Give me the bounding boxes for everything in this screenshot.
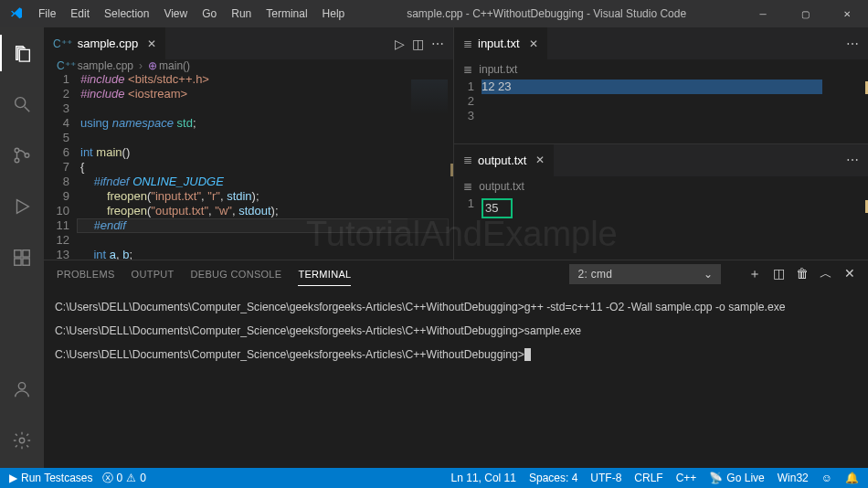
language-mode[interactable]: C++: [676, 472, 697, 484]
terminal-select[interactable]: 2: cmd ⌄: [569, 264, 721, 284]
panel-actions: ＋ ◫ 🗑 ︿ ✕: [748, 266, 855, 282]
cpp-file-icon: C⁺⁺: [53, 37, 72, 50]
svg-point-9: [19, 438, 25, 443]
titlebar: FileEditSelectionViewGoRunTerminalHelp s…: [0, 0, 868, 27]
breadcrumb[interactable]: C⁺⁺ sample.cpp › ⊕ main(): [44, 59, 453, 72]
breadcrumb-symbol: main(): [159, 59, 190, 72]
new-terminal-icon[interactable]: ＋: [748, 266, 761, 282]
search-icon[interactable]: [0, 86, 44, 122]
activity-bar: [0, 27, 44, 468]
notifications-icon[interactable]: 🔔: [845, 472, 859, 484]
problems-status[interactable]: ⓧ 0 ⚠ 0: [102, 471, 146, 486]
bottom-panel: PROBLEMSOUTPUTDEBUG CONSOLETERMINAL 2: c…: [44, 260, 868, 468]
output-editor: ≣ output.txt ✕ ⋯ ≣ output.txt 1 35: [453, 143, 868, 260]
tab-label: sample.cpp: [78, 37, 138, 50]
breadcrumb[interactable]: ≣ input.txt: [454, 59, 868, 80]
close-icon[interactable]: ✕: [147, 37, 156, 50]
minimize-button[interactable]: ─: [742, 0, 784, 27]
explorer-icon[interactable]: [0, 35, 44, 71]
chevron-right-icon: ›: [139, 59, 143, 72]
split-terminal-icon[interactable]: ◫: [773, 266, 785, 282]
code-editor[interactable]: 1 35: [454, 196, 868, 260]
source-control-icon[interactable]: [0, 137, 44, 174]
dropdown-label: 2: cmd: [577, 268, 612, 281]
text-file-icon: ≣: [463, 63, 472, 76]
run-testcases-button[interactable]: ▶ Run Testcases: [9, 472, 93, 484]
menu-bar: FileEditSelectionViewGoRunTerminalHelp: [32, 4, 351, 24]
panel-tab-problems[interactable]: PROBLEMS: [57, 269, 115, 285]
line-gutter: 1: [454, 196, 482, 260]
code-editor[interactable]: 12345678910111213 #include <bits/stdc++.…: [44, 72, 453, 262]
editor-area: C⁺⁺ sample.cpp ✕ ▷ ◫ ⋯ C⁺⁺ sample.cpp › …: [44, 27, 868, 260]
split-editor-icon[interactable]: ◫: [412, 37, 424, 51]
panel-tab-debug-console[interactable]: DEBUG CONSOLE: [191, 269, 282, 285]
code-editor[interactable]: 123 12 23: [454, 80, 868, 143]
editor-actions: ⋯: [846, 153, 868, 167]
svg-rect-7: [23, 259, 29, 265]
cursor-position[interactable]: Ln 11, Col 11: [451, 472, 516, 484]
menu-go[interactable]: Go: [196, 4, 223, 24]
menu-terminal[interactable]: Terminal: [259, 4, 313, 24]
kill-terminal-icon[interactable]: 🗑: [796, 266, 809, 282]
code-lines[interactable]: 35: [482, 196, 868, 260]
close-icon[interactable]: ✕: [529, 37, 538, 50]
svg-rect-4: [15, 250, 21, 257]
menu-run[interactable]: Run: [225, 4, 258, 24]
tab-sample-cpp[interactable]: C⁺⁺ sample.cpp ✕: [44, 27, 166, 59]
line-gutter: 12345678910111213: [44, 72, 80, 262]
tab-row: C⁺⁺ sample.cpp ✕ ▷ ◫ ⋯: [44, 27, 453, 59]
text-file-icon: ≣: [463, 37, 472, 50]
tab-output-txt[interactable]: ≣ output.txt ✕: [454, 144, 555, 176]
tab-row: ≣ input.txt ✕ ⋯: [454, 27, 868, 59]
extensions-icon[interactable]: [0, 239, 44, 276]
settings-gear-icon[interactable]: [0, 422, 44, 459]
platform[interactable]: Win32: [778, 472, 809, 484]
account-icon[interactable]: [0, 371, 44, 408]
editor-actions: ⋯: [846, 37, 868, 51]
more-icon[interactable]: ⋯: [846, 153, 859, 167]
indentation[interactable]: Spaces: 4: [529, 472, 577, 484]
feedback-icon[interactable]: ☺: [821, 472, 832, 484]
editor-group-left: C⁺⁺ sample.cpp ✕ ▷ ◫ ⋯ C⁺⁺ sample.cpp › …: [44, 27, 453, 260]
panel-tabs: PROBLEMSOUTPUTDEBUG CONSOLETERMINAL 2: c…: [44, 260, 868, 288]
tab-input-txt[interactable]: ≣ input.txt ✕: [454, 27, 548, 59]
tab-row: ≣ output.txt ✕ ⋯: [454, 144, 868, 176]
code-lines[interactable]: #include <bits/stdc++.h>#include <iostre…: [80, 72, 453, 262]
text-file-icon: ≣: [463, 154, 472, 166]
tab-label: input.txt: [478, 37, 520, 50]
breadcrumb-file: input.txt: [479, 63, 517, 76]
close-button[interactable]: ✕: [826, 0, 868, 27]
close-panel-icon[interactable]: ✕: [844, 266, 855, 282]
vscode-logo-icon: [0, 6, 32, 21]
line-gutter: 123: [454, 80, 482, 143]
svg-point-8: [18, 383, 25, 389]
cpp-file-icon: C⁺⁺: [57, 59, 76, 72]
editor-actions: ▷ ◫ ⋯: [395, 37, 453, 51]
run-debug-icon[interactable]: [0, 188, 44, 225]
menu-file[interactable]: File: [32, 4, 62, 24]
panel-tab-output[interactable]: OUTPUT: [132, 269, 175, 285]
code-lines[interactable]: 12 23: [482, 80, 868, 143]
menu-edit[interactable]: Edit: [64, 4, 96, 24]
text-file-icon: ≣: [463, 180, 472, 193]
close-icon[interactable]: ✕: [535, 154, 545, 166]
menu-selection[interactable]: Selection: [98, 4, 155, 24]
menu-view[interactable]: View: [157, 4, 194, 24]
panel-tab-terminal[interactable]: TERMINAL: [298, 269, 351, 286]
eol[interactable]: CRLF: [634, 472, 662, 484]
more-icon[interactable]: ⋯: [431, 37, 444, 51]
terminal[interactable]: C:\Users\DELL\Documents\Computer_Science…: [44, 288, 868, 468]
maximize-button[interactable]: ▢: [784, 0, 826, 27]
breadcrumb[interactable]: ≣ output.txt: [454, 176, 868, 196]
encoding[interactable]: UTF-8: [590, 472, 621, 484]
svg-point-2: [15, 158, 19, 163]
go-live-button[interactable]: 📡 Go Live: [709, 472, 764, 484]
minimap[interactable]: [408, 80, 453, 253]
more-icon[interactable]: ⋯: [846, 37, 859, 51]
maximize-panel-icon[interactable]: ︿: [820, 266, 832, 282]
method-icon: ⊕: [148, 59, 157, 72]
run-icon[interactable]: ▷: [395, 37, 405, 51]
menu-help[interactable]: Help: [316, 4, 352, 24]
svg-rect-5: [23, 250, 29, 257]
input-editor: ≣ input.txt ✕ ⋯ ≣ input.txt 123 12 23: [453, 27, 868, 143]
